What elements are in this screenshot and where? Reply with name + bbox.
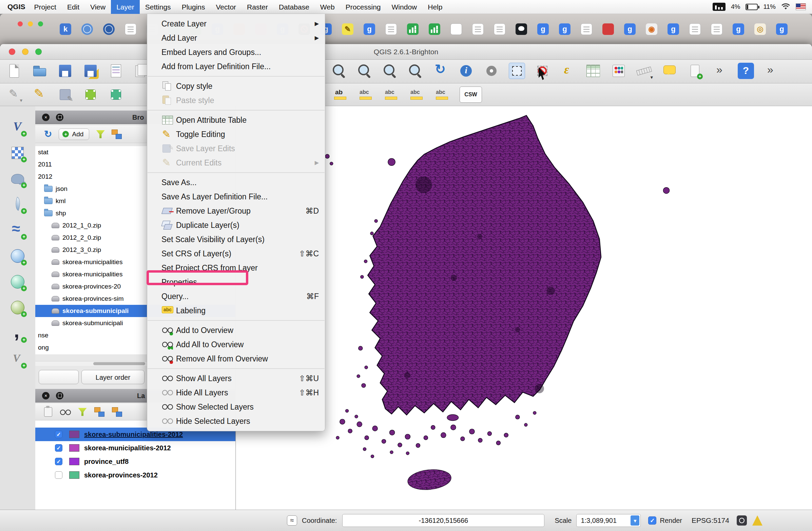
collapse-all-icon[interactable] (112, 130, 122, 139)
layer-order-button[interactable]: Layer order (82, 370, 145, 384)
mouse-position-icon[interactable] (287, 515, 297, 526)
layer-menu-item[interactable]: Hide All Layers⇧⌘H (147, 385, 325, 400)
save-project-as-icon[interactable] (83, 63, 99, 79)
label-settings-4-icon[interactable] (434, 87, 450, 103)
layer-menu-item[interactable] (147, 368, 324, 369)
layer-menu-item[interactable] (147, 320, 324, 321)
scale-combobox[interactable]: 1:3,089,901 ▼ (576, 514, 641, 527)
favicon[interactable]: g (559, 24, 570, 35)
favicon[interactable] (407, 24, 419, 35)
layer-row[interactable]: province_utf8 (35, 455, 235, 468)
layer-menu-item[interactable]: Paste style (147, 93, 325, 107)
favicon[interactable] (82, 24, 93, 35)
wifi-icon[interactable] (781, 3, 790, 10)
layer-menu-item[interactable]: Create Layer (147, 17, 325, 31)
favicon[interactable]: k (60, 24, 71, 35)
favicon[interactable]: g (776, 24, 787, 35)
favicon[interactable] (125, 24, 136, 35)
menubar-item[interactable]: Settings (140, 0, 176, 14)
new-bookmark-icon[interactable] (687, 63, 703, 79)
save-project-icon[interactable] (57, 63, 73, 79)
favicon[interactable]: ✎ (342, 24, 353, 35)
new-project-icon[interactable] (6, 63, 23, 79)
favicon[interactable]: g (364, 24, 375, 35)
menubar-item[interactable]: Project (29, 0, 62, 14)
label-settings-1-icon[interactable] (358, 87, 374, 103)
add-postgis-layer-icon[interactable] (9, 170, 27, 188)
zoom-window-icon[interactable] (38, 21, 43, 27)
layer-row[interactable]: skorea-provinces-2012 (35, 468, 235, 482)
manage-visibility-icon[interactable] (60, 409, 71, 415)
menubar-item[interactable]: Raster (242, 0, 273, 14)
favicon[interactable] (603, 24, 614, 35)
add-feature-icon[interactable] (83, 87, 99, 103)
layer-menu-item[interactable]: Toggle Editing (147, 127, 325, 142)
identify-features-icon[interactable] (458, 63, 474, 79)
menubar-item[interactable]: Plugins (176, 0, 211, 14)
layer-visibility-checkbox[interactable] (55, 431, 62, 438)
layer-menu-item[interactable]: Add Layer (147, 31, 325, 45)
layer-menu-item[interactable]: Show Selected Layers (147, 400, 325, 414)
browser-traffic-lights[interactable] (18, 21, 43, 27)
coordinate-input[interactable] (342, 514, 545, 527)
layer-menu-item[interactable]: Set Scale Visibility of Layer(s) (147, 232, 325, 247)
toolbar-overflow-icon[interactable] (712, 63, 728, 79)
add-group-icon[interactable] (44, 407, 52, 417)
toolbar-overflow-2-icon[interactable] (763, 63, 780, 79)
menubar-item[interactable]: Window (386, 0, 423, 14)
float-panel-icon[interactable] (56, 114, 63, 121)
menubar-item[interactable]: Processing (340, 0, 386, 14)
messages-warning-icon[interactable] (752, 515, 763, 526)
new-shapefile-layer-icon[interactable] (9, 350, 27, 368)
float-panel-icon[interactable] (56, 392, 63, 399)
move-feature-icon[interactable] (108, 87, 124, 103)
app-menu-title[interactable]: QGIS (8, 3, 26, 11)
battery-icon[interactable] (745, 4, 758, 10)
input-language-flag-icon[interactable] (796, 3, 806, 10)
favicon[interactable] (516, 24, 527, 35)
expand-all-icon[interactable] (94, 407, 104, 417)
cpu-meter-icon[interactable] (713, 3, 725, 11)
layer-menu-item[interactable]: Save Layer Edits (147, 142, 325, 156)
save-layer-edits-icon[interactable] (57, 87, 73, 103)
favicon[interactable] (689, 24, 701, 35)
menubar-item[interactable]: Vector (211, 0, 242, 14)
select-features-icon[interactable] (509, 63, 525, 79)
minimize-icon[interactable] (28, 21, 33, 27)
favicon[interactable]: ◎ (754, 24, 766, 35)
layer-menu-item[interactable]: Copy style (147, 79, 325, 93)
field-calculator-icon[interactable] (610, 63, 627, 79)
csw-button[interactable]: CSW (460, 87, 482, 103)
favicon[interactable]: g (624, 24, 636, 35)
add-wms-layer-icon[interactable] (9, 247, 27, 265)
open-project-icon[interactable] (31, 63, 48, 79)
menubar-item[interactable]: Web (315, 0, 340, 14)
refresh-browser-icon[interactable]: ↻ (44, 129, 52, 139)
favicon[interactable] (385, 24, 397, 35)
digitize-menu-icon[interactable] (6, 87, 23, 103)
add-mssql-layer-icon[interactable] (9, 221, 27, 239)
layer-visibility-checkbox[interactable] (55, 471, 62, 479)
filter-legend-icon[interactable] (78, 408, 87, 416)
menubar-item[interactable]: Layer (111, 0, 140, 14)
layer-visibility-checkbox[interactable] (55, 458, 62, 465)
label-settings-2-icon[interactable] (383, 87, 400, 103)
toggle-editing-icon[interactable] (31, 87, 48, 103)
render-checkbox[interactable] (648, 516, 656, 525)
add-raster-layer-icon[interactable] (9, 144, 27, 162)
close-icon[interactable] (18, 21, 23, 27)
zoom-last-icon[interactable] (381, 63, 398, 79)
layer-menu-item[interactable] (147, 110, 324, 110)
zoom-next-icon[interactable] (407, 63, 423, 79)
filter-browser-icon[interactable] (96, 130, 105, 138)
add-wfs-layer-icon[interactable] (9, 299, 27, 316)
layer-menu-item[interactable]: Open Attribute Table (147, 113, 325, 127)
run-feature-action-icon[interactable] (483, 63, 499, 79)
menubar-item[interactable]: View (85, 0, 111, 14)
layer-menu-item[interactable]: Labeling (147, 304, 325, 318)
layer-menu-item[interactable]: Remove All from Overview (147, 352, 325, 366)
window-titlebar[interactable]: QGIS 2.6.1-Brighton (0, 44, 812, 60)
refresh-map-icon[interactable] (433, 63, 449, 79)
layer-menu-item[interactable]: Remove Layer/Group⌘D (147, 204, 325, 218)
layer-menu-item[interactable] (147, 76, 324, 77)
